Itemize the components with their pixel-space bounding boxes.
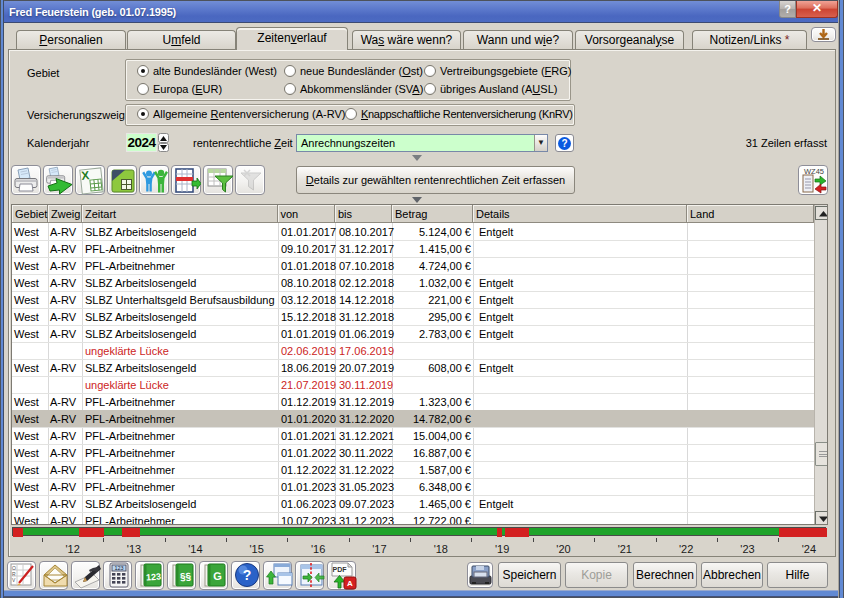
svg-text:A: A (347, 579, 353, 588)
svg-text:123: 123 (114, 565, 123, 571)
svg-text:G: G (212, 570, 221, 583)
svg-text:PDF: PDF (332, 566, 347, 573)
svg-text:X: X (81, 168, 90, 183)
svg-text:R: R (12, 571, 16, 577)
svg-text:?: ? (242, 567, 251, 583)
svg-text:123: 123 (145, 571, 161, 582)
svg-text:§§: §§ (179, 571, 191, 583)
